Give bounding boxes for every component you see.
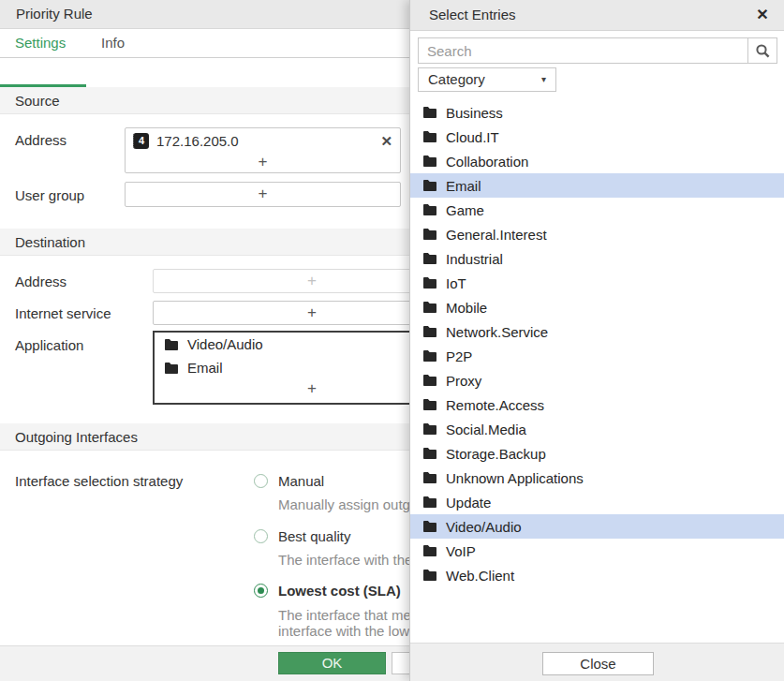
radio-lowest-cost-label[interactable]: Lowest cost (SLA) bbox=[278, 583, 401, 599]
add-source-address-button[interactable]: + bbox=[126, 154, 400, 172]
folder-icon bbox=[422, 203, 437, 216]
folder-icon bbox=[422, 252, 437, 265]
folder-icon bbox=[164, 338, 179, 351]
category-row[interactable]: Email bbox=[410, 173, 784, 198]
category-label: Email bbox=[446, 178, 481, 194]
add-user-group-button[interactable]: + bbox=[126, 183, 400, 205]
category-label: Video/Audio bbox=[446, 519, 522, 535]
user-group-field: + bbox=[125, 182, 401, 207]
category-label: General.Interest bbox=[446, 227, 547, 243]
strategy-label: Interface selection strategy bbox=[15, 473, 183, 489]
category-row[interactable]: Proxy bbox=[410, 368, 784, 392]
ipv4-badge-icon: 4 bbox=[133, 133, 149, 149]
user-group-label: User group bbox=[15, 187, 84, 203]
best-quality-description: The interface with the bbox=[278, 552, 412, 568]
folder-icon bbox=[164, 362, 179, 375]
category-row[interactable]: VoIP bbox=[410, 539, 784, 563]
folder-icon bbox=[422, 374, 437, 387]
category-label: VoIP bbox=[446, 543, 476, 559]
folder-icon bbox=[422, 544, 437, 557]
destination-address-label: Address bbox=[15, 274, 67, 289]
category-dropdown[interactable]: Category ▾ bbox=[418, 67, 556, 92]
category-label: Cloud.IT bbox=[446, 129, 499, 145]
category-row[interactable]: Storage.Backup bbox=[410, 441, 784, 466]
category-row[interactable]: General.Interest bbox=[410, 222, 784, 246]
application-entry-label: Email bbox=[187, 360, 223, 376]
category-row[interactable]: Cloud.IT bbox=[410, 125, 784, 149]
close-panel-icon[interactable]: ✕ bbox=[753, 0, 772, 30]
address-entry-value: 172.16.205.0 bbox=[156, 133, 380, 149]
search-input[interactable] bbox=[418, 37, 748, 64]
category-label: Mobile bbox=[446, 300, 487, 316]
category-dropdown-value: Category bbox=[428, 71, 485, 87]
radio-lowest-cost[interactable] bbox=[254, 584, 268, 598]
folder-icon bbox=[422, 520, 437, 533]
folder-icon bbox=[422, 301, 437, 314]
folder-icon bbox=[422, 496, 437, 509]
radio-best-quality-label[interactable]: Best quality bbox=[278, 528, 351, 544]
category-row[interactable]: Remote.Access bbox=[410, 392, 784, 417]
category-label: Business bbox=[446, 105, 503, 121]
category-label: P2P bbox=[446, 348, 472, 364]
folder-icon bbox=[422, 106, 437, 119]
category-label: Storage.Backup bbox=[446, 446, 546, 462]
tab-settings[interactable]: Settings bbox=[15, 29, 66, 57]
category-label: Web.Client bbox=[446, 568, 514, 584]
tab-info[interactable]: Info bbox=[101, 29, 125, 57]
folder-icon bbox=[422, 471, 437, 484]
folder-icon bbox=[422, 155, 437, 168]
source-address-label: Address bbox=[15, 132, 67, 148]
category-row[interactable]: Web.Client bbox=[410, 563, 784, 587]
folder-icon bbox=[422, 569, 437, 582]
application-entry-label: Video/Audio bbox=[187, 336, 263, 352]
category-row[interactable]: Network.Service bbox=[410, 319, 784, 344]
folder-icon bbox=[422, 228, 437, 241]
radio-best-quality[interactable] bbox=[254, 529, 268, 543]
folder-icon bbox=[422, 130, 437, 143]
panel-footer: Close bbox=[410, 643, 784, 681]
folder-icon bbox=[422, 398, 437, 411]
screen: Priority Rule Settings Info Source Addre… bbox=[0, 0, 784, 681]
panel-title: Select Entries bbox=[410, 0, 784, 31]
folder-icon bbox=[422, 276, 437, 289]
lowest-cost-description-line2: interface with the low bbox=[278, 623, 409, 639]
category-row[interactable]: IoT bbox=[410, 271, 784, 295]
category-row[interactable]: Game bbox=[410, 198, 784, 222]
category-row[interactable]: Unknown Applications bbox=[410, 466, 784, 490]
close-button[interactable]: Close bbox=[542, 652, 654, 675]
category-label: Social.Media bbox=[446, 422, 526, 437]
source-address-field: 4 172.16.205.0 ✕ + bbox=[125, 127, 401, 173]
category-label: Unknown Applications bbox=[446, 470, 584, 486]
search-button[interactable] bbox=[747, 37, 777, 64]
category-row[interactable]: Mobile bbox=[410, 295, 784, 319]
search-icon bbox=[755, 43, 771, 59]
folder-icon bbox=[422, 447, 437, 460]
category-row[interactable]: Social.Media bbox=[410, 417, 784, 441]
category-label: Update bbox=[446, 495, 491, 511]
category-row[interactable]: Update bbox=[410, 490, 784, 514]
folder-icon bbox=[422, 325, 437, 338]
category-label: Remote.Access bbox=[446, 397, 544, 413]
category-row[interactable]: P2P bbox=[410, 344, 784, 368]
search-group bbox=[418, 37, 777, 64]
folder-icon bbox=[422, 422, 437, 436]
category-row[interactable]: Video/Audio bbox=[410, 514, 784, 539]
category-row[interactable]: Collaboration bbox=[410, 149, 784, 173]
category-label: Network.Service bbox=[446, 324, 548, 340]
address-entry[interactable]: 4 172.16.205.0 ✕ bbox=[126, 128, 400, 154]
category-label: IoT bbox=[446, 275, 466, 291]
radio-manual[interactable] bbox=[254, 474, 268, 488]
category-row[interactable]: Industrial bbox=[410, 246, 784, 271]
lowest-cost-description-line1: The interface that me bbox=[278, 607, 411, 623]
remove-address-icon[interactable]: ✕ bbox=[380, 133, 392, 150]
category-label: Game bbox=[446, 202, 484, 218]
category-row[interactable]: Business bbox=[410, 100, 784, 125]
internet-service-label: Internet service bbox=[15, 305, 111, 321]
manual-description: Manually assign outg bbox=[278, 496, 410, 512]
category-label: Proxy bbox=[446, 373, 481, 389]
folder-icon bbox=[422, 179, 437, 192]
ok-button[interactable]: OK bbox=[278, 652, 386, 674]
category-label: Collaboration bbox=[446, 154, 528, 170]
category-label: Industrial bbox=[446, 251, 503, 267]
radio-manual-label[interactable]: Manual bbox=[278, 473, 324, 489]
